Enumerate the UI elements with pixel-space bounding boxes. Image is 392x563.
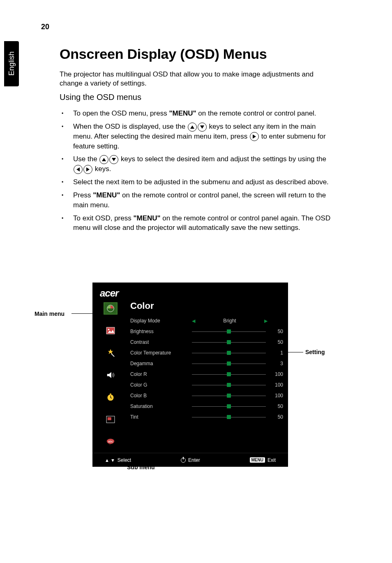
footer-enter-label: Enter [188, 457, 200, 463]
osd-submenu: Color Display Mode ◀Bright▶ Brightness50… [129, 299, 288, 453]
left-arrow-icon[interactable]: ◀ [192, 318, 195, 324]
down-icon [109, 155, 118, 164]
slider-track[interactable] [192, 364, 266, 364]
slider-thumb[interactable] [227, 351, 231, 355]
osd-main-menu: abc [92, 299, 129, 453]
osd-row-color-r[interactable]: Color R100 [130, 369, 283, 380]
slider-thumb[interactable] [227, 372, 231, 376]
power-icon [181, 458, 186, 463]
sidebar-color-icon[interactable] [104, 302, 118, 315]
right-icon [83, 165, 92, 174]
slider-thumb[interactable] [227, 404, 231, 408]
sidebar-audio-icon[interactable] [104, 369, 118, 381]
bullet-1: To open the OSD menu, press "MENU" on th… [73, 109, 316, 118]
page-title: Onscreen Display (OSD) Menus [60, 46, 267, 62]
sidebar-timer-icon[interactable] [104, 391, 118, 403]
subheading: Using the OSD menus [60, 93, 141, 102]
osd-row-color-temperature[interactable]: Color Temperature1 [130, 348, 283, 358]
slider-thumb[interactable] [227, 415, 231, 419]
osd-row-display-mode[interactable]: Display Mode ◀Bright▶ [130, 315, 283, 326]
page-number: 20 [41, 23, 49, 31]
up-icon [99, 155, 108, 164]
callout-setting: Setting [305, 349, 325, 355]
slider-thumb[interactable] [227, 383, 231, 387]
osd-row-degamma[interactable]: Degamma3 [130, 358, 283, 369]
osd-row-saturation[interactable]: Saturation50 [130, 401, 283, 412]
brand-logo: acer [100, 287, 118, 299]
slider-track[interactable] [192, 374, 266, 375]
bullet-5: Press "MENU" on the remote control or co… [73, 190, 333, 210]
footer-exit-label: Exit [267, 457, 276, 463]
svg-rect-4 [110, 394, 111, 395]
slider-track[interactable] [192, 342, 266, 343]
footer-select-label: Select [118, 457, 131, 463]
bullet-2: When the OSD is displayed, use the keys … [73, 122, 333, 151]
callout-main-menu: Main menu [35, 310, 65, 317]
slider-track[interactable] [192, 396, 266, 396]
osd-row-contrast[interactable]: Contrast50 [130, 337, 283, 348]
slider-track[interactable] [192, 353, 266, 353]
right-icon [250, 132, 259, 141]
osd-row-color-b[interactable]: Color B100 [130, 390, 283, 401]
osd-row-brightness[interactable]: Brightness50 [130, 326, 283, 337]
sidebar-pip-icon[interactable] [104, 413, 118, 426]
slider-track[interactable] [192, 331, 266, 332]
osd-footer: ▲ ▼Select Enter MENUExit [92, 453, 288, 467]
up-icon [188, 123, 197, 132]
svg-point-2 [108, 329, 110, 331]
down-icon [198, 123, 207, 132]
slider-thumb[interactable] [227, 340, 231, 344]
svg-rect-1 [106, 327, 115, 334]
slider-track[interactable] [192, 385, 266, 385]
slider-track[interactable] [192, 406, 266, 407]
left-icon [74, 165, 83, 174]
slider-thumb[interactable] [227, 329, 231, 334]
updown-icon: ▲ ▼ [105, 458, 115, 463]
language-tab: English [4, 41, 19, 86]
menu-button-icon: MENU [250, 457, 265, 463]
slider-track[interactable] [192, 417, 266, 417]
svg-text:abc: abc [108, 440, 113, 443]
intro-text: The projector has multilingual OSD that … [60, 70, 331, 88]
bullet-list: • To open the OSD menu, press "MENU" on … [62, 109, 333, 236]
bullet-6: To exit OSD, press "MENU" on the remote … [73, 213, 333, 233]
osd-row-tint[interactable]: Tint50 [130, 412, 283, 422]
slider-thumb[interactable] [227, 361, 231, 366]
svg-rect-6 [108, 417, 111, 420]
bullet-3: Use the keys to select the desired item … [73, 154, 333, 174]
language-label: English [7, 51, 16, 76]
right-arrow-icon[interactable]: ▶ [264, 318, 267, 324]
slider-thumb[interactable] [227, 394, 231, 398]
sidebar-management-icon[interactable] [104, 347, 118, 359]
bullet-4: Select the next item to be adjusted in t… [73, 177, 329, 187]
osd-row-color-g[interactable]: Color G100 [130, 380, 283, 390]
sidebar-language-icon[interactable]: abc [104, 436, 118, 448]
osd-window: acer [92, 283, 288, 467]
sidebar-image-icon[interactable] [104, 324, 118, 337]
osd-title: Color [130, 301, 283, 311]
